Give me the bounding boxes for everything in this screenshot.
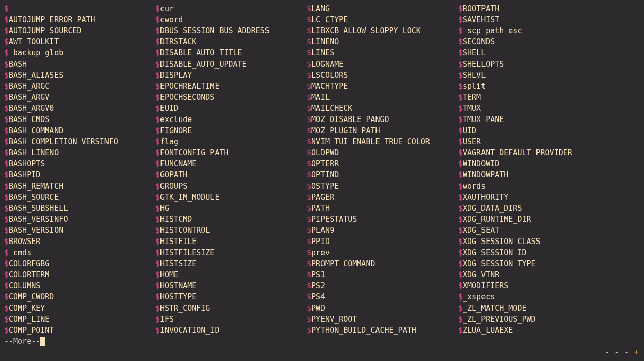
variable-name: HOSTTYPE: [160, 292, 196, 302]
terminal-window[interactable]: $_$AUTOJUMP_ERROR_PATH$AUTOJUMP_SOURCED$…: [0, 0, 644, 361]
completion-item: $MAILCHECK: [307, 103, 458, 114]
variable-name: XDG_VTNR: [463, 270, 499, 279]
dollar-sign: $: [307, 15, 311, 24]
dollar-sign: $: [458, 15, 463, 24]
dollar-sign: $: [458, 226, 463, 235]
variable-name: HOSTNAME: [160, 281, 196, 290]
completion-item: $COMP_CWORD: [4, 291, 155, 303]
completion-item: $GOPATH: [155, 169, 307, 180]
variable-name: PROMPT_COMMAND: [311, 259, 375, 268]
dollar-sign: $: [155, 159, 160, 168]
dollar-sign: $: [4, 82, 9, 91]
variable-name: FONTCONFIG_PATH: [160, 148, 228, 157]
dollar-sign: $: [458, 237, 463, 246]
completion-item: $LINES: [307, 47, 458, 58]
completion-item: $PWD: [307, 303, 458, 314]
status-item-3: -: [624, 347, 629, 358]
dollar-sign: $: [307, 115, 311, 124]
dollar-sign: $: [4, 292, 9, 302]
dollar-sign: $: [4, 204, 9, 213]
variable-name: FUNCNAME: [160, 159, 196, 168]
dollar-sign: $: [307, 59, 311, 69]
dollar-sign: $: [307, 4, 311, 13]
completion-item: $COLORTERM: [4, 269, 155, 280]
dollar-sign: $: [4, 259, 9, 268]
variable-name: OSTYPE: [311, 182, 339, 191]
dollar-sign: $: [155, 281, 160, 290]
variable-name: MAIL: [311, 93, 330, 102]
dollar-sign: $: [155, 193, 160, 202]
completion-column-4: $ROOTPATH$SAVEHIST$_scp_path_esc$SECONDS…: [458, 3, 610, 336]
more-prompt-text: --More--: [4, 336, 40, 347]
completion-item: $PYENV_ROOT: [307, 314, 458, 325]
dollar-sign: $: [307, 148, 311, 157]
variable-name: ROOTPATH: [463, 4, 499, 13]
variable-name: _ZL_MATCH_MODE: [463, 304, 526, 313]
completion-item: $HISTSIZE: [155, 258, 307, 269]
variable-name: BASH_ALIASES: [9, 71, 63, 80]
variable-name: HISTCMD: [160, 215, 192, 224]
variable-name: HISTSIZE: [160, 259, 196, 268]
dollar-sign: $: [4, 37, 9, 46]
variable-name: PIPESTATUS: [311, 215, 357, 224]
variable-name: _xspecs: [463, 292, 495, 302]
completion-item: $PROMPT_COMMAND: [307, 258, 458, 269]
variable-name: DISABLE_AUTO_UPDATE: [160, 59, 247, 69]
completion-item: $HISTCONTROL: [155, 225, 307, 236]
completion-item: $LANG: [307, 3, 458, 14]
variable-name: PS4: [311, 292, 325, 302]
completion-item: $COMP_LINE: [4, 314, 155, 325]
dollar-sign: $: [307, 204, 311, 213]
completion-item: $exclude: [155, 114, 307, 125]
completion-item: $MAIL: [307, 92, 458, 103]
variable-name: BASH_CMDS: [9, 115, 49, 124]
variable-name: SHELL: [463, 48, 486, 57]
dollar-sign: $: [458, 71, 463, 80]
completion-item: $MACHTYPE: [307, 81, 458, 92]
dollar-sign: $: [307, 226, 311, 235]
completion-item: $DISPLAY: [155, 70, 307, 81]
variable-name: GROUPS: [160, 182, 187, 191]
dollar-sign: $: [155, 326, 160, 335]
dollar-sign: $: [458, 170, 463, 179]
variable-name: COMP_CWORD: [9, 292, 54, 302]
dollar-sign: $: [458, 315, 463, 324]
dollar-sign: $: [155, 48, 160, 57]
variable-name: FIGNORE: [160, 126, 192, 135]
completion-column-2: $cur$cword$DBUS_SESSION_BUS_ADDRESS$DIRS…: [155, 3, 307, 336]
dollar-sign: $: [4, 59, 9, 69]
variable-name: PYENV_ROOT: [311, 315, 357, 324]
variable-name: COMP_KEY: [9, 304, 45, 313]
dollar-sign: $: [4, 126, 9, 135]
status-item-2: -: [614, 347, 619, 358]
variable-name: COMP_POINT: [9, 326, 54, 335]
variable-name: BASHPID: [9, 170, 40, 179]
completion-item: $HOSTNAME: [155, 280, 307, 291]
completion-item: $EPOCHSECONDS: [155, 92, 307, 103]
variable-name: XDG_DATA_DIRS: [463, 204, 522, 213]
dollar-sign: $: [155, 215, 160, 224]
variable-name: MACHTYPE: [311, 82, 348, 91]
variable-name: NVIM_TUI_ENABLE_TRUE_COLOR: [311, 137, 430, 146]
variable-name: _ZL_PREVIOUS_PWD: [463, 315, 536, 324]
completion-item: $WINDOWPATH: [458, 169, 610, 180]
variable-name: UID: [463, 126, 476, 135]
dollar-sign: $: [4, 115, 9, 124]
status-bar: - - - +: [604, 347, 639, 358]
variable-name: HISTFILE: [160, 237, 196, 246]
variable-name: IFS: [160, 315, 174, 324]
variable-name: DISPLAY: [160, 71, 192, 80]
completion-item: $EUID: [155, 103, 307, 114]
dollar-sign: $: [4, 226, 9, 235]
variable-name: COMP_LINE: [9, 315, 49, 324]
cursor: [40, 337, 45, 346]
dollar-sign: $: [155, 148, 160, 157]
variable-name: XAUTHORITY: [463, 193, 508, 202]
dollar-sign: $: [458, 326, 463, 335]
completion-item: $XDG_SESSION_TYPE: [458, 258, 610, 269]
variable-name: BASH_ARGV0: [9, 104, 54, 113]
dollar-sign: $: [307, 126, 311, 135]
dollar-sign: $: [155, 315, 160, 324]
dollar-sign: $: [307, 193, 311, 202]
completion-item: $TMUX: [458, 103, 610, 114]
